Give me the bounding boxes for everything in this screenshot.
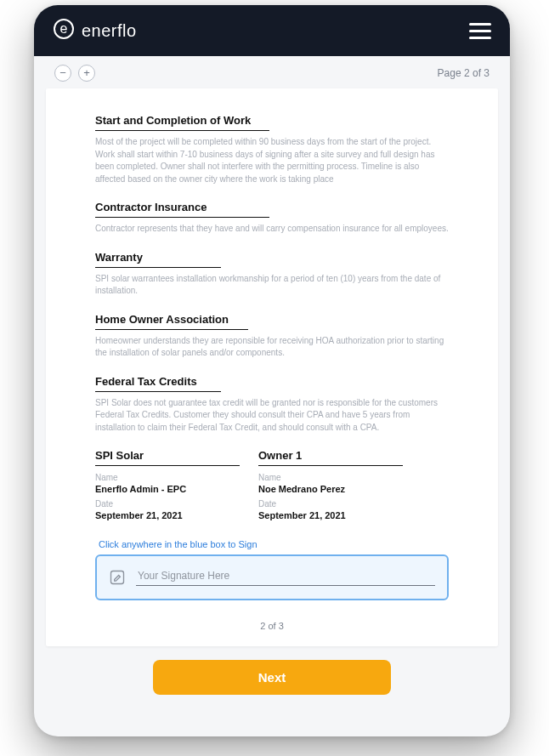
enerflo-logo-icon: e bbox=[53, 18, 75, 43]
signature-box[interactable]: Your Signature Here bbox=[95, 554, 449, 600]
party-label: Owner 1 bbox=[258, 449, 403, 466]
section-body: Most of the project will be completed wi… bbox=[95, 136, 449, 185]
name-label: Name bbox=[95, 473, 240, 482]
signature-placeholder: Your Signature Here bbox=[136, 570, 229, 582]
brand-logo: e enerflo bbox=[53, 18, 137, 43]
signature-line: Your Signature Here bbox=[136, 570, 435, 586]
date-label: Date bbox=[258, 499, 403, 509]
zoom-out-button[interactable]: − bbox=[54, 65, 71, 82]
section-warranty: Warranty SPI solar warrantees installati… bbox=[95, 249, 449, 298]
section-title: Contractor Insurance bbox=[95, 201, 269, 218]
name-label: Name bbox=[258, 473, 403, 482]
date-value: September 21, 2021 bbox=[258, 510, 403, 520]
signature-icon bbox=[109, 569, 126, 586]
brand-name: enerflo bbox=[82, 21, 137, 41]
zoom-in-button[interactable]: + bbox=[78, 65, 95, 82]
menu-button[interactable] bbox=[469, 23, 491, 39]
section-title: Federal Tax Credits bbox=[95, 375, 221, 392]
section-federal-tax: Federal Tax Credits SPI Solar does not g… bbox=[95, 373, 449, 435]
page-indicator-bottom: 2 of 3 bbox=[95, 621, 449, 631]
name-value: Noe Medrano Perez bbox=[258, 484, 403, 494]
page-indicator-top: Page 2 of 3 bbox=[438, 67, 490, 79]
section-body: Homeowner understands they are reponsibl… bbox=[95, 335, 449, 360]
section-body: SPI Solar does not guarantee tax credit … bbox=[95, 397, 449, 435]
signature-party-2: Owner 1 Name Noe Medrano Perez Date Sept… bbox=[258, 449, 403, 520]
svg-text:e: e bbox=[60, 21, 68, 36]
signature-party-1: SPI Solar Name Enerflo Admin - EPC Date … bbox=[95, 449, 240, 520]
section-body: SPI solar warrantees installation workma… bbox=[95, 273, 449, 298]
date-label: Date bbox=[95, 499, 240, 509]
section-title: Start and Completion of Work bbox=[95, 114, 269, 131]
document-page: Start and Completion of Work Most of the… bbox=[46, 88, 498, 646]
section-body: Contractor represents that they have and… bbox=[95, 223, 449, 236]
party-label: SPI Solar bbox=[95, 449, 240, 466]
zoom-controls: − + bbox=[54, 65, 95, 82]
app-header: e enerflo bbox=[34, 5, 510, 56]
name-value: Enerflo Admin - EPC bbox=[95, 484, 240, 494]
date-value: September 21, 2021 bbox=[95, 510, 240, 520]
section-hoa: Home Owner Association Homeowner underst… bbox=[95, 311, 449, 360]
section-contractor-insurance: Contractor Insurance Contractor represen… bbox=[95, 199, 449, 236]
app-frame: e enerflo − + Page 2 of 3 Start and Comp… bbox=[34, 5, 510, 736]
signature-prompt: Click anywhere in the blue box to Sign bbox=[99, 539, 449, 549]
section-title: Home Owner Association bbox=[95, 313, 248, 330]
next-button[interactable]: Next bbox=[153, 660, 391, 695]
document-toolbar: − + Page 2 of 3 bbox=[34, 56, 510, 88]
section-start-completion: Start and Completion of Work Most of the… bbox=[95, 112, 449, 185]
signature-summary: SPI Solar Name Enerflo Admin - EPC Date … bbox=[95, 449, 449, 520]
section-title: Warranty bbox=[95, 251, 221, 268]
